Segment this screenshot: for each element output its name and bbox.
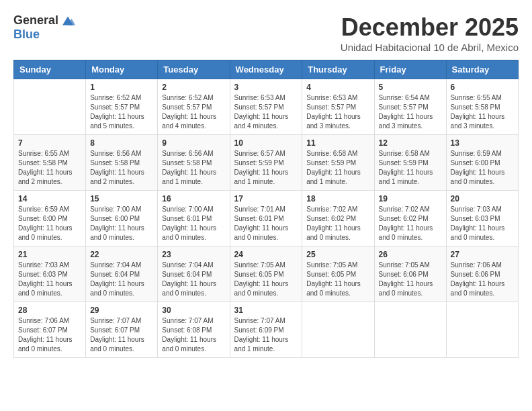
day-number: 14 [18,194,81,203]
day-number: 17 [234,194,298,203]
day-number: 23 [162,250,225,259]
page-header: General Blue December 2025 Unidad Habita… [13,13,519,53]
calendar-cell [446,302,518,358]
day-info: Sunrise: 6:52 AMSunset: 5:57 PMDaylight:… [162,93,225,131]
calendar-cell [14,79,86,135]
calendar-week-row: 1Sunrise: 6:52 AMSunset: 5:57 PMDaylight… [14,79,519,135]
day-info: Sunrise: 7:02 AMSunset: 6:02 PMDaylight:… [379,205,442,242]
calendar-cell: 30Sunrise: 7:07 AMSunset: 6:08 PMDayligh… [158,302,230,358]
day-number: 29 [90,306,153,315]
day-info: Sunrise: 7:03 AMSunset: 6:03 PMDaylight:… [451,205,514,242]
day-info: Sunrise: 7:05 AMSunset: 6:05 PMDaylight:… [306,261,369,298]
calendar-cell [374,302,446,358]
calendar-cell: 21Sunrise: 7:03 AMSunset: 6:03 PMDayligh… [14,246,86,302]
calendar-cell: 22Sunrise: 7:04 AMSunset: 6:04 PMDayligh… [86,246,158,302]
calendar-header-tuesday: Tuesday [158,60,230,79]
day-info: Sunrise: 7:07 AMSunset: 6:08 PMDaylight:… [162,316,225,354]
day-info: Sunrise: 7:03 AMSunset: 6:03 PMDaylight:… [18,261,81,298]
calendar-cell: 12Sunrise: 6:58 AMSunset: 5:59 PMDayligh… [374,135,446,191]
day-info: Sunrise: 7:05 AMSunset: 6:06 PMDaylight:… [379,261,442,298]
day-number: 8 [90,138,153,148]
day-info: Sunrise: 6:55 AMSunset: 5:58 PMDaylight:… [18,149,81,187]
calendar-cell: 10Sunrise: 6:57 AMSunset: 5:59 PMDayligh… [230,135,302,191]
day-number: 2 [162,83,225,92]
month-title: December 2025 [341,13,519,42]
calendar-cell: 18Sunrise: 7:02 AMSunset: 6:02 PMDayligh… [302,191,374,246]
day-info: Sunrise: 6:58 AMSunset: 5:59 PMDaylight:… [379,149,442,187]
calendar-table: SundayMondayTuesdayWednesdayThursdayFrid… [13,60,519,358]
day-number: 12 [379,138,442,148]
logo-icon [60,14,76,28]
day-number: 27 [451,250,514,259]
calendar-cell: 16Sunrise: 7:00 AMSunset: 6:01 PMDayligh… [158,191,230,246]
calendar-header-monday: Monday [86,60,158,79]
location-subtitle: Unidad Habitacional 10 de Abril, Mexico [341,42,519,53]
calendar-cell: 23Sunrise: 7:04 AMSunset: 6:04 PMDayligh… [158,246,230,302]
day-number: 16 [162,194,225,203]
calendar-cell: 11Sunrise: 6:58 AMSunset: 5:59 PMDayligh… [302,135,374,191]
logo-blue-text: Blue [13,28,40,42]
logo-general-text: General [13,13,58,28]
day-info: Sunrise: 6:56 AMSunset: 5:58 PMDaylight:… [90,149,153,187]
day-info: Sunrise: 7:01 AMSunset: 6:01 PMDaylight:… [234,205,298,242]
day-info: Sunrise: 7:07 AMSunset: 6:07 PMDaylight:… [90,316,153,354]
calendar-header-sunday: Sunday [14,60,86,79]
day-info: Sunrise: 6:59 AMSunset: 6:00 PMDaylight:… [18,205,81,242]
day-info: Sunrise: 6:57 AMSunset: 5:59 PMDaylight:… [234,149,298,187]
day-info: Sunrise: 6:58 AMSunset: 5:59 PMDaylight:… [306,149,369,187]
day-number: 31 [234,306,298,315]
day-number: 28 [18,306,81,315]
calendar-cell: 3Sunrise: 6:53 AMSunset: 5:57 PMDaylight… [230,79,302,135]
day-info: Sunrise: 7:07 AMSunset: 6:09 PMDaylight:… [234,316,298,354]
day-number: 4 [306,83,369,92]
day-number: 6 [451,83,514,92]
day-number: 26 [379,250,442,259]
day-number: 10 [234,138,298,148]
day-info: Sunrise: 6:56 AMSunset: 5:58 PMDaylight:… [162,149,225,187]
day-number: 30 [162,306,225,315]
day-number: 1 [90,83,153,92]
logo: General Blue [13,13,76,42]
calendar-cell: 31Sunrise: 7:07 AMSunset: 6:09 PMDayligh… [230,302,302,358]
day-info: Sunrise: 6:59 AMSunset: 6:00 PMDaylight:… [451,149,514,187]
day-number: 7 [18,138,81,148]
calendar-cell: 5Sunrise: 6:54 AMSunset: 5:57 PMDaylight… [374,79,446,135]
calendar-week-row: 14Sunrise: 6:59 AMSunset: 6:00 PMDayligh… [14,191,519,246]
calendar-header-thursday: Thursday [302,60,374,79]
calendar-cell: 6Sunrise: 6:55 AMSunset: 5:58 PMDaylight… [446,79,518,135]
calendar-header-saturday: Saturday [446,60,518,79]
day-info: Sunrise: 7:06 AMSunset: 6:06 PMDaylight:… [451,261,514,298]
day-number: 21 [18,250,81,259]
day-info: Sunrise: 7:04 AMSunset: 6:04 PMDaylight:… [90,261,153,298]
calendar-cell: 9Sunrise: 6:56 AMSunset: 5:58 PMDaylight… [158,135,230,191]
day-number: 3 [234,83,298,92]
day-info: Sunrise: 6:55 AMSunset: 5:58 PMDaylight:… [451,93,514,131]
day-number: 15 [90,194,153,203]
day-number: 24 [234,250,298,259]
title-block: December 2025 Unidad Habitacional 10 de … [341,13,519,53]
calendar-cell: 2Sunrise: 6:52 AMSunset: 5:57 PMDaylight… [158,79,230,135]
calendar-cell: 15Sunrise: 7:00 AMSunset: 6:00 PMDayligh… [86,191,158,246]
calendar-cell [302,302,374,358]
calendar-cell: 29Sunrise: 7:07 AMSunset: 6:07 PMDayligh… [86,302,158,358]
day-info: Sunrise: 7:00 AMSunset: 6:01 PMDaylight:… [162,205,225,242]
calendar-cell: 14Sunrise: 6:59 AMSunset: 6:00 PMDayligh… [14,191,86,246]
calendar-cell: 17Sunrise: 7:01 AMSunset: 6:01 PMDayligh… [230,191,302,246]
day-info: Sunrise: 7:05 AMSunset: 6:05 PMDaylight:… [234,261,298,298]
day-number: 22 [90,250,153,259]
day-info: Sunrise: 6:52 AMSunset: 5:57 PMDaylight:… [90,93,153,131]
calendar-cell: 4Sunrise: 6:53 AMSunset: 5:57 PMDaylight… [302,79,374,135]
day-number: 19 [379,194,442,203]
day-info: Sunrise: 6:54 AMSunset: 5:57 PMDaylight:… [379,93,442,131]
calendar-cell: 1Sunrise: 6:52 AMSunset: 5:57 PMDaylight… [86,79,158,135]
calendar-cell: 24Sunrise: 7:05 AMSunset: 6:05 PMDayligh… [230,246,302,302]
calendar-cell: 19Sunrise: 7:02 AMSunset: 6:02 PMDayligh… [374,191,446,246]
day-number: 13 [451,138,514,148]
calendar-header-wednesday: Wednesday [230,60,302,79]
day-number: 9 [162,138,225,148]
day-info: Sunrise: 7:06 AMSunset: 6:07 PMDaylight:… [18,316,81,354]
calendar-cell: 25Sunrise: 7:05 AMSunset: 6:05 PMDayligh… [302,246,374,302]
day-info: Sunrise: 7:04 AMSunset: 6:04 PMDaylight:… [162,261,225,298]
day-info: Sunrise: 7:02 AMSunset: 6:02 PMDaylight:… [306,205,369,242]
day-number: 5 [379,83,442,92]
